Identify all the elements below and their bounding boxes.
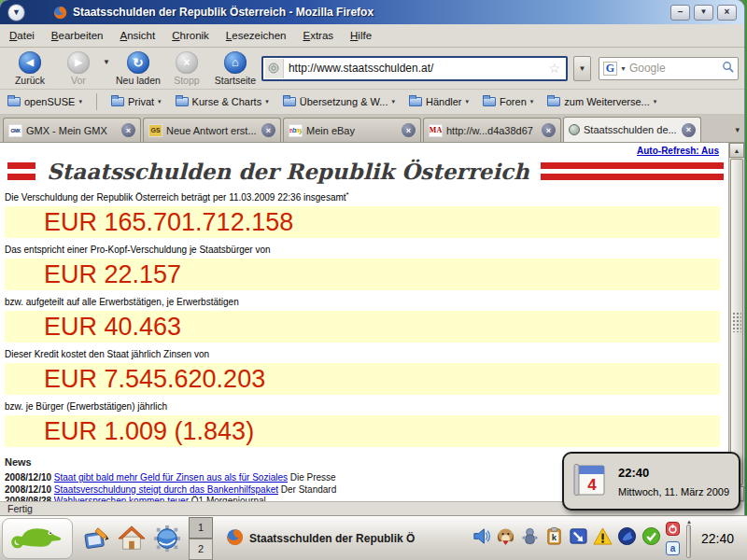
chevron-down-icon: ▾	[654, 98, 657, 105]
bookmark-opensuse[interactable]: openSUSE▾	[7, 96, 82, 107]
kerry-beagle-dog-icon[interactable]	[496, 526, 515, 550]
scrollbar-thumb[interactable]	[730, 159, 743, 485]
reload-button[interactable]: ↻ Neu laden	[114, 51, 162, 86]
window-menu-button[interactable]: ▼	[7, 4, 25, 21]
menu-lesezeichen[interactable]: Lesezeichen	[226, 30, 287, 41]
tab-ebay[interactable]: ebay Mein eBay ×	[283, 118, 421, 142]
news-link[interactable]: Staatsverschuldung steigt durch das Bank…	[54, 484, 278, 495]
klipper-clipboard-icon[interactable]: k	[544, 526, 564, 550]
tray-expander[interactable]: ▲	[686, 519, 692, 558]
tab-gmx[interactable]: GMX GMX - Mein GMX ×	[3, 118, 141, 142]
menu-hilfe[interactable]: Hilfe	[350, 30, 372, 41]
vertical-scrollbar[interactable]: ▲ ▼	[728, 143, 744, 501]
tab-close-icon[interactable]: ×	[542, 123, 556, 137]
tab-close-icon[interactable]: ×	[402, 123, 416, 137]
gs-favicon: GS	[148, 124, 162, 137]
tab-neue-antwort[interactable]: GS Neue Antwort erst... ×	[143, 118, 281, 142]
home-folder-icon	[118, 525, 146, 553]
folder-icon	[176, 97, 189, 106]
bookmark-label: Händler	[426, 96, 462, 107]
search-bar[interactable]: G ▼	[599, 57, 739, 80]
bookmark-weiterverse[interactable]: zum Weiterverse...▾	[547, 96, 656, 107]
creature-icon[interactable]	[520, 526, 540, 550]
desktop: ▼ Staatsschulden der Republik Österreich…	[0, 0, 747, 560]
search-engine-dropdown-icon[interactable]: ▼	[620, 65, 627, 72]
taskbar-item-firefox[interactable]: Staatsschulden der Republik Ö	[226, 528, 441, 549]
bookmarks-toolbar: openSUSE▾ Privat▾ Kurse & Charts▾ Überse…	[0, 90, 744, 115]
konqueror-globe-icon	[153, 525, 181, 553]
search-magnifier-icon[interactable]	[722, 60, 734, 77]
chevron-down-icon: ▾	[158, 98, 162, 105]
suse-gecko-icon	[8, 522, 66, 555]
bookmark-kurse-charts[interactable]: Kurse & Charts▾	[176, 96, 269, 107]
news-link[interactable]: Staat gibt bald mehr Geld für Zinsen aus…	[54, 472, 288, 483]
expander-handle	[686, 525, 691, 558]
menu-extras[interactable]: Extras	[303, 30, 333, 41]
notes-launcher[interactable]	[78, 520, 114, 557]
bookmark-haendler[interactable]: Händler▾	[409, 96, 469, 107]
tab-close-icon[interactable]: ×	[121, 123, 135, 137]
bookmark-privat[interactable]: Privat▾	[111, 96, 162, 107]
menu-datei[interactable]: Datei	[9, 30, 35, 41]
bookmark-label: openSUSE	[24, 96, 75, 107]
home-button[interactable]: ⌂ Startseite	[211, 51, 260, 86]
forward-label: Vor	[71, 75, 86, 86]
kmix-speaker-icon[interactable]	[472, 526, 491, 550]
minimize-button[interactable]: –	[670, 5, 690, 21]
amule-icon[interactable]: a	[666, 541, 680, 555]
tab-ma[interactable]: MA http://w...d4a38d67 ×	[423, 118, 561, 142]
news-link[interactable]: Wahlversprechen kommen teuer	[54, 496, 189, 501]
chevron-down-icon: ▾	[265, 98, 269, 105]
kmenu-button[interactable]	[2, 518, 73, 559]
search-input[interactable]	[629, 62, 719, 75]
folder-icon	[111, 97, 124, 106]
system-tray: k a ▲ 22:40	[472, 519, 747, 558]
konqueror-launcher[interactable]	[149, 520, 185, 557]
site-title: Staatsschulden der Republik Österreich	[47, 159, 529, 184]
svg-text:4: 4	[587, 476, 597, 494]
home-folder-launcher[interactable]	[114, 520, 149, 557]
tab-list-dropdown-icon[interactable]: ▾	[735, 125, 740, 134]
restore-button[interactable]: ▼	[694, 5, 713, 21]
panel-clock[interactable]: 22:40	[701, 531, 734, 546]
history-dropdown-icon[interactable]: ▼	[103, 58, 110, 66]
pager-desktop-1[interactable]: 1	[189, 517, 213, 539]
footnote-marker: *	[346, 190, 349, 199]
url-input[interactable]	[284, 62, 549, 75]
titlebar[interactable]: ▼ Staatsschulden der Republik Österreich…	[0, 0, 744, 24]
forward-button[interactable]: ▶ Vor	[54, 51, 103, 86]
menu-bar: Datei Bearbeiten Ansicht Chronik Lesezei…	[0, 24, 744, 48]
scroll-up-button[interactable]: ▲	[729, 143, 744, 158]
remote-screen-icon[interactable]	[569, 526, 588, 550]
status-text: Fertig	[7, 503, 33, 514]
auto-refresh-link[interactable]: Auto-Refresh: Aus	[637, 146, 719, 156]
amarok-wolf-icon[interactable]	[617, 526, 637, 550]
chevron-down-icon: ▾	[78, 98, 82, 105]
close-button[interactable]: ×	[717, 5, 737, 21]
firefox-window: ▼ Staatsschulden der Republik Österreich…	[0, 0, 744, 515]
menu-chronik[interactable]: Chronik	[172, 30, 209, 41]
tab-close-icon[interactable]: ×	[682, 123, 696, 137]
per-capita-box: EUR 22.157	[5, 259, 720, 290]
tab-close-icon[interactable]: ×	[261, 123, 275, 137]
interest-per-capita-value: EUR 1.009 (1.843)	[44, 417, 254, 446]
bookmark-foren[interactable]: Foren▾	[483, 96, 533, 107]
warning-triangle-icon[interactable]	[593, 526, 613, 550]
url-bar[interactable]: ☆	[261, 56, 568, 81]
bookmark-star-icon[interactable]: ☆	[548, 61, 560, 76]
back-button[interactable]: ◀ Zurück	[6, 51, 54, 86]
gmx-favicon: GMX	[8, 124, 22, 137]
menu-ansicht[interactable]: Ansicht	[120, 30, 156, 41]
bookmark-uebersetzung[interactable]: Übersetzung & W...▾	[283, 96, 395, 107]
url-dropdown-button[interactable]: ▼	[573, 56, 591, 81]
power-button-icon[interactable]	[666, 522, 680, 539]
menu-bearbeiten[interactable]: Bearbeiten	[51, 30, 104, 41]
tab-staatsschulden[interactable]: Staatsschulden de... ×	[563, 117, 701, 142]
stop-button[interactable]: × Stopp	[162, 51, 211, 86]
reload-label: Neu laden	[116, 75, 161, 86]
minimize-icon: –	[678, 7, 684, 17]
news-source: Die Presse	[290, 472, 336, 483]
updater-check-icon[interactable]	[641, 526, 661, 550]
pager-desktop-2[interactable]: 2	[189, 539, 213, 560]
bookmark-label: Foren	[500, 96, 527, 107]
